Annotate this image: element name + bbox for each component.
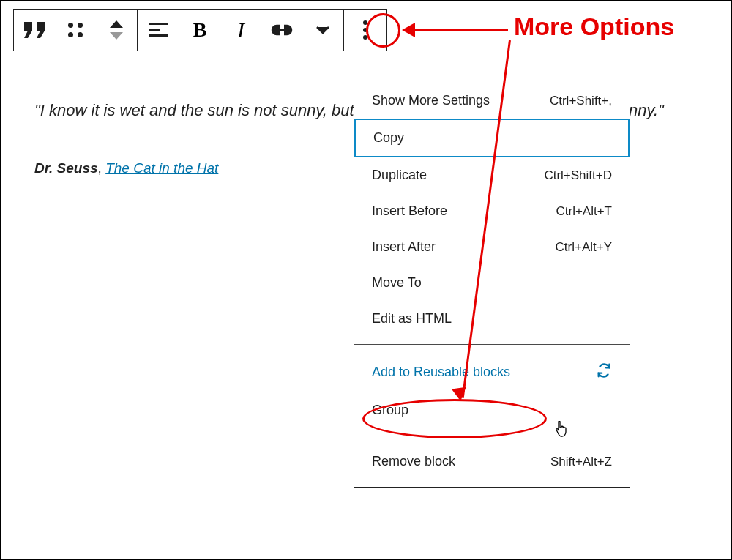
menu-show-more-settings[interactable]: Show More Settings Ctrl+Shift+, — [354, 83, 630, 119]
svg-point-5 — [363, 35, 367, 40]
menu-item-label: Show More Settings — [372, 93, 490, 108]
menu-edit-as-html[interactable]: Edit as HTML — [354, 301, 630, 337]
menu-item-label: Group — [372, 403, 408, 418]
block-options-menu: Show More Settings Ctrl+Shift+, Copy Dup… — [354, 75, 630, 488]
align-icon[interactable] — [138, 10, 179, 51]
svg-rect-2 — [149, 34, 168, 37]
quote-sep: , — [98, 160, 106, 176]
menu-item-label: Duplicate — [372, 168, 427, 183]
quote-source-link[interactable]: The Cat in the Hat — [105, 160, 218, 176]
editor-frame: B I "I know it is wet and the sun is not… — [0, 0, 732, 560]
menu-copy[interactable]: Copy — [354, 119, 630, 157]
menu-item-label: Insert Before — [372, 204, 447, 219]
link-button[interactable] — [261, 10, 302, 51]
svg-point-3 — [363, 20, 367, 25]
menu-item-shortcut: Shift+Alt+Z — [550, 455, 612, 469]
annotation-label: More Options — [514, 12, 674, 41]
menu-item-label: Add to Reusable blocks — [372, 365, 510, 380]
block-toolbar: B I — [13, 9, 387, 51]
bold-button[interactable]: B — [179, 10, 220, 51]
mover-icon[interactable] — [96, 10, 137, 51]
italic-button[interactable]: I — [220, 10, 261, 51]
svg-point-4 — [363, 28, 367, 32]
quote-author: Dr. Seuss — [34, 160, 98, 176]
drag-handle-icon[interactable] — [55, 10, 96, 51]
menu-item-shortcut: Ctrl+Alt+T — [556, 204, 612, 219]
menu-item-shortcut: Ctrl+Shift+, — [550, 94, 612, 108]
menu-item-shortcut: Ctrl+Shift+D — [544, 168, 612, 183]
svg-rect-1 — [149, 29, 160, 31]
quote-block-icon[interactable] — [14, 10, 55, 51]
menu-insert-before[interactable]: Insert Before Ctrl+Alt+T — [354, 193, 630, 229]
menu-remove-block[interactable]: Remove block Shift+Alt+Z — [354, 444, 630, 479]
menu-item-label: Remove block — [372, 454, 455, 469]
menu-insert-after[interactable]: Insert After Ctrl+Alt+Y — [354, 229, 630, 265]
svg-rect-0 — [149, 23, 168, 25]
menu-item-label: Insert After — [372, 239, 436, 255]
menu-item-shortcut: Ctrl+Alt+Y — [556, 240, 612, 255]
sync-icon — [596, 362, 612, 382]
menu-item-label: Move To — [372, 275, 422, 291]
more-options-button[interactable] — [344, 10, 386, 51]
more-rich-text-icon[interactable] — [302, 10, 343, 51]
menu-move-to[interactable]: Move To — [354, 265, 630, 301]
annotation-arrowhead — [402, 23, 415, 37]
menu-duplicate[interactable]: Duplicate Ctrl+Shift+D — [354, 157, 630, 193]
menu-item-label: Edit as HTML — [372, 311, 452, 326]
annotation-arrow-line — [406, 29, 508, 31]
menu-group[interactable]: Group — [354, 392, 630, 428]
menu-item-label: Copy — [373, 130, 404, 146]
menu-add-reusable[interactable]: Add to Reusable blocks — [354, 352, 630, 392]
